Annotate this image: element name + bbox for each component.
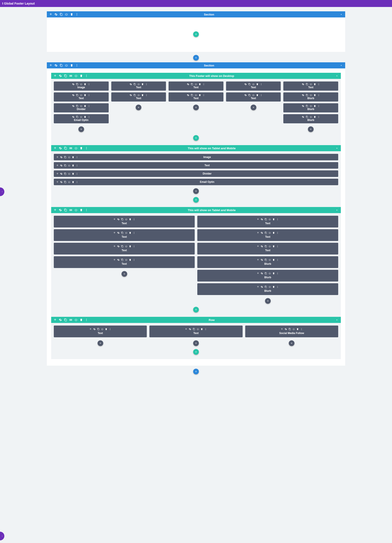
trash-icon[interactable] xyxy=(141,94,144,96)
duplicate-icon[interactable] xyxy=(121,232,124,234)
trash-icon[interactable] xyxy=(70,13,73,16)
duplicate-icon[interactable] xyxy=(76,83,79,85)
duplicate-icon[interactable] xyxy=(306,83,308,85)
power-icon[interactable] xyxy=(137,94,140,96)
dots-icon[interactable] xyxy=(85,74,88,78)
module-blurb[interactable]: Blurb xyxy=(197,283,338,295)
duplicate-icon[interactable] xyxy=(265,258,267,261)
trash-icon[interactable] xyxy=(272,272,275,275)
trash-icon[interactable] xyxy=(129,232,132,234)
trash-icon[interactable] xyxy=(141,83,144,85)
module-text[interactable]: Text xyxy=(168,92,224,102)
power-icon[interactable] xyxy=(309,115,312,118)
gear-icon[interactable] xyxy=(72,105,75,107)
add-module-button[interactable] xyxy=(193,340,199,346)
power-icon[interactable] xyxy=(269,285,271,288)
module-blurb[interactable]: Blurb xyxy=(283,92,338,102)
gear-icon[interactable] xyxy=(59,147,62,150)
gear-icon[interactable] xyxy=(302,83,304,85)
dots-icon[interactable] xyxy=(88,83,90,85)
add-module-button[interactable] xyxy=(122,271,127,277)
dots-icon[interactable] xyxy=(133,258,135,261)
duplicate-icon[interactable] xyxy=(64,172,67,175)
duplicate-icon[interactable] xyxy=(64,74,67,78)
trash-icon[interactable] xyxy=(256,83,259,85)
add-row-button[interactable] xyxy=(193,197,199,203)
trash-icon[interactable] xyxy=(79,74,83,78)
trash-icon[interactable] xyxy=(70,64,73,67)
module-social-media-follow[interactable]: Social Media Follow xyxy=(245,326,338,337)
duplicate-icon[interactable] xyxy=(265,232,267,234)
move-icon[interactable] xyxy=(257,245,259,248)
dots-icon[interactable] xyxy=(76,156,78,158)
duplicate-icon[interactable] xyxy=(59,13,63,16)
duplicate-icon[interactable] xyxy=(121,258,124,261)
trash-icon[interactable] xyxy=(313,115,316,118)
dots-icon[interactable] xyxy=(276,285,279,288)
gear-icon[interactable] xyxy=(129,83,132,85)
trash-icon[interactable] xyxy=(256,94,259,96)
dots-icon[interactable] xyxy=(317,83,320,85)
duplicate-icon[interactable] xyxy=(193,328,195,330)
gear-icon[interactable] xyxy=(261,232,263,234)
dots-icon[interactable] xyxy=(88,105,90,107)
dots-icon[interactable] xyxy=(260,83,263,85)
duplicate-icon[interactable] xyxy=(64,318,67,322)
gear-icon[interactable] xyxy=(72,94,75,96)
gear-icon[interactable] xyxy=(54,64,58,67)
gear-icon[interactable] xyxy=(60,164,62,167)
trash-icon[interactable] xyxy=(72,172,74,175)
trash-icon[interactable] xyxy=(72,181,74,183)
power-icon[interactable] xyxy=(269,232,271,234)
duplicate-icon[interactable] xyxy=(64,164,67,167)
power-icon[interactable] xyxy=(137,83,140,85)
trash-icon[interactable] xyxy=(313,94,316,96)
duplicate-icon[interactable] xyxy=(59,64,63,67)
add-module-button[interactable] xyxy=(78,126,84,132)
add-row-button[interactable] xyxy=(193,307,199,312)
trash-icon[interactable] xyxy=(201,328,203,330)
trash-icon[interactable] xyxy=(105,328,108,330)
dots-icon[interactable] xyxy=(88,115,90,118)
section-header[interactable]: Section xyxy=(47,62,345,68)
power-icon[interactable] xyxy=(80,83,83,85)
power-icon[interactable] xyxy=(269,272,271,275)
power-icon[interactable] xyxy=(125,245,128,248)
module-image[interactable]: Image xyxy=(54,154,338,160)
add-module-button[interactable] xyxy=(136,105,141,110)
module-text[interactable]: Text xyxy=(283,81,338,91)
add-section-button[interactable] xyxy=(193,55,199,61)
power-icon[interactable] xyxy=(269,258,271,261)
power-icon[interactable] xyxy=(68,164,70,167)
power-icon[interactable] xyxy=(269,245,271,248)
duplicate-icon[interactable] xyxy=(64,181,67,183)
dots-icon[interactable] xyxy=(202,94,205,96)
move-icon[interactable] xyxy=(257,218,259,221)
move-icon[interactable] xyxy=(113,258,116,261)
duplicate-icon[interactable] xyxy=(265,218,267,221)
duplicate-icon[interactable] xyxy=(76,105,79,107)
duplicate-icon[interactable] xyxy=(133,94,136,96)
module-text[interactable]: Text xyxy=(54,243,195,255)
gear-icon[interactable] xyxy=(261,272,263,275)
duplicate-icon[interactable] xyxy=(133,83,136,85)
power-icon[interactable] xyxy=(252,94,255,96)
trash-icon[interactable] xyxy=(272,218,275,221)
columns-icon[interactable] xyxy=(69,318,73,322)
power-icon[interactable] xyxy=(74,318,78,322)
power-icon[interactable] xyxy=(252,83,255,85)
dots-icon[interactable] xyxy=(75,64,79,67)
module-blurb[interactable]: Blurb xyxy=(283,103,338,113)
power-icon[interactable] xyxy=(309,83,312,85)
move-icon[interactable] xyxy=(185,328,188,330)
dots-icon[interactable] xyxy=(317,94,320,96)
move-icon[interactable] xyxy=(113,245,116,248)
dots-icon[interactable] xyxy=(76,164,78,167)
move-icon[interactable] xyxy=(280,328,283,330)
module-email-optin[interactable]: Email Optin xyxy=(54,179,338,185)
dots-icon[interactable] xyxy=(75,13,79,16)
chevron-up-icon[interactable] xyxy=(335,318,339,322)
power-icon[interactable] xyxy=(80,105,83,107)
move-icon[interactable] xyxy=(113,218,116,221)
move-icon[interactable] xyxy=(56,172,59,175)
